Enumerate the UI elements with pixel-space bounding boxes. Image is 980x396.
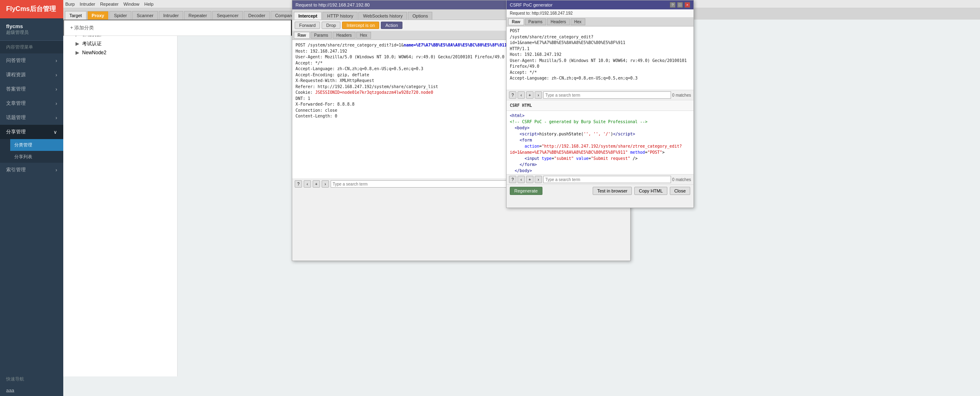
csrf-html-line-8: </form> (510, 161, 690, 168)
user-info: flycms 超级管理员 (0, 18, 63, 41)
csrf-format-tabs: Raw Params Headers Hex (507, 18, 693, 27)
request-tab-params[interactable]: Params (311, 32, 332, 39)
menu-burp[interactable]: Burp (65, 2, 75, 7)
quick-nav-title: 快速导航 (0, 373, 63, 385)
add-category-button[interactable]: + 添加分类 (63, 20, 292, 36)
csrf-html-line-4: <script>history.pushState('', '', '/')</… (510, 131, 690, 137)
tab-http-history[interactable]: HTTP history (322, 12, 358, 20)
csrf-search-prev-btn[interactable]: ‹ (518, 91, 525, 99)
menu-intruder[interactable]: Intruder (80, 2, 95, 7)
csrf-html-line-3: <body> (510, 125, 690, 131)
csrf-search2-options-btn[interactable]: › (535, 176, 542, 183)
csrf-tab-params[interactable]: Params (525, 18, 546, 25)
csrf-search-bar-2: ? ‹ + › 0 matches (507, 174, 693, 184)
csrf-poc-window: CSRF PoC generator ? □ × Request to: htt… (506, 0, 694, 208)
csrf-raw-line1: POST (510, 28, 690, 34)
tab-spider[interactable]: Spider (109, 11, 131, 20)
csrf-html-line-5: <form (510, 137, 690, 143)
csrf-html-body: <html> <!-- CSRF PoC - generated by Burp… (507, 111, 693, 174)
close-csrf-button[interactable]: Close (670, 187, 690, 195)
sidebar-sub-share: 分类管理 分享列表 (0, 139, 63, 163)
tab-options[interactable]: Options (408, 12, 432, 20)
tree-item-3[interactable]: ▶ NewNode2 (67, 49, 173, 57)
sidebar-quick-aaa[interactable]: aaa (0, 385, 63, 396)
regenerate-button[interactable]: Regenerate (510, 187, 542, 195)
sidebar-item-course[interactable]: 课程资源 › (0, 68, 63, 82)
sidebar-item-index[interactable]: 索引管理 › (0, 163, 63, 177)
app-logo: FlyCms后台管理 (0, 0, 63, 18)
csrf-raw-ua: User-Agent: Mozilla/5.0 (Windows NT 10.0… (510, 58, 690, 70)
csrf-bottom-toolbar: Regenerate Test in browser Copy HTML Clo… (507, 184, 693, 197)
csrf-tab-headers[interactable]: Headers (547, 18, 570, 25)
request-tab-raw[interactable]: Raw (294, 32, 310, 39)
sidebar-item-qa[interactable]: 问答管理 › (0, 53, 63, 68)
csrf-raw-host: Host: 192.168.247.192 (510, 52, 690, 58)
csrf-html-line-1: <html> (510, 113, 690, 119)
tab-intruder[interactable]: Intruder (159, 11, 183, 20)
forward-button[interactable]: Forward (295, 22, 320, 29)
csrf-search-help-btn[interactable]: ? (509, 91, 516, 99)
request-tab-headers[interactable]: Headers (333, 32, 356, 39)
search-help-btn[interactable]: ? (295, 180, 302, 188)
csrf-html-line-7: <input type="submit" value="Submit reque… (510, 155, 690, 161)
csrf-search-input-1[interactable] (543, 91, 671, 99)
sidebar-item-topics[interactable]: 话题管理 › (0, 111, 63, 125)
csrf-tab-hex[interactable]: Hex (571, 18, 585, 25)
csrf-help-btn[interactable]: ? (670, 2, 676, 8)
csrf-matches-2: 0 matches (672, 177, 691, 182)
csrf-html-line-9: </body> (510, 168, 690, 174)
sidebar-item-articles[interactable]: 文章管理 › (0, 96, 63, 111)
test-browser-button[interactable]: Test in browser (593, 187, 632, 195)
action-button[interactable]: Action (381, 22, 402, 29)
csrf-search-next-btn[interactable]: + (526, 91, 533, 99)
tree-panel: ▶ 移动开发1 ✎ ▶ 课程资源 ▶ 考试认证 ▶ NewNode2 (63, 16, 178, 376)
tab-intercept[interactable]: Intercept (294, 12, 322, 20)
csrf-raw-accept-lang: Accept-Language: zh-CN,zh;q=0.8,en-US;q=… (510, 75, 690, 82)
csrf-html-title: CSRF HTML (510, 102, 690, 109)
nav-section-title: 内容管理菜单 (0, 41, 63, 53)
menu-help[interactable]: Help (144, 2, 154, 7)
copy-html-button[interactable]: Copy HTML (634, 187, 667, 195)
csrf-search2-prev-btn[interactable]: ‹ (518, 176, 525, 183)
drop-button[interactable]: Drop (322, 22, 340, 29)
tab-websockets[interactable]: WebSockets history (358, 12, 407, 20)
tree-item-2[interactable]: ▶ 考试认证 (67, 39, 173, 49)
csrf-search2-help-btn[interactable]: ? (509, 176, 516, 183)
csrf-search-bar-1: ? ‹ + › 0 matches (507, 90, 693, 100)
tab-decoder[interactable]: Decoder (244, 11, 270, 20)
search-next-btn[interactable]: + (313, 180, 320, 188)
username: flycms (6, 23, 57, 29)
sidebar-item-category-mgmt[interactable]: 分类管理 (10, 139, 63, 151)
sidebar: FlyCms后台管理 flycms 超级管理员 内容管理菜单 问答管理 › 课程… (0, 0, 63, 396)
tab-repeater[interactable]: Repeater (184, 11, 211, 20)
intercept-on-button[interactable]: Intercept is on (342, 22, 379, 29)
tab-scanner[interactable]: Scanner (132, 11, 158, 20)
search-options-btn[interactable]: › (322, 180, 329, 188)
csrf-html-line-2: <!-- CSRF PoC - generated by Burp Suite … (510, 119, 690, 125)
tab-proxy[interactable]: Proxy (87, 11, 109, 20)
sidebar-item-share-list[interactable]: 分享列表 (10, 151, 63, 163)
csrf-window-controls: ? □ × (670, 2, 690, 8)
csrf-close-btn[interactable]: × (684, 2, 690, 8)
request-tab-hex[interactable]: Hex (356, 32, 371, 39)
csrf-search-input-2[interactable] (543, 176, 671, 183)
menu-window[interactable]: Window (123, 2, 139, 7)
csrf-tab-raw[interactable]: Raw (508, 18, 524, 25)
sidebar-item-answers[interactable]: 答案管理 › (0, 82, 63, 96)
csrf-html-section: CSRF HTML (507, 100, 693, 111)
sidebar-nav: 问答管理 › 课程资源 › 答案管理 › 文章管理 › 话题管理 › 分享管理 … (0, 53, 63, 373)
menu-repeater[interactable]: Repeater (100, 2, 118, 7)
csrf-raw-body: POST /system/share/ztree_category_edit?i… (507, 27, 693, 90)
csrf-search2-next-btn[interactable]: + (526, 176, 533, 183)
search-prev-btn[interactable]: ‹ (304, 180, 311, 188)
tab-target[interactable]: Target (65, 11, 87, 20)
user-role: 超级管理员 (6, 29, 57, 35)
sidebar-item-share[interactable]: 分享管理 ∨ (0, 125, 63, 139)
tree-arrow-2: ▶ (76, 41, 79, 46)
tab-sequencer[interactable]: Sequencer (212, 11, 243, 20)
csrf-request-url: Request to: http://192.168.247.192 (507, 9, 693, 18)
burp-window-title: Request to http://192.168.247.192.80 (296, 2, 370, 7)
tree-arrow-3: ▶ (76, 50, 79, 55)
csrf-maximize-btn[interactable]: □ (677, 2, 683, 8)
csrf-search-options-btn[interactable]: › (535, 91, 542, 99)
